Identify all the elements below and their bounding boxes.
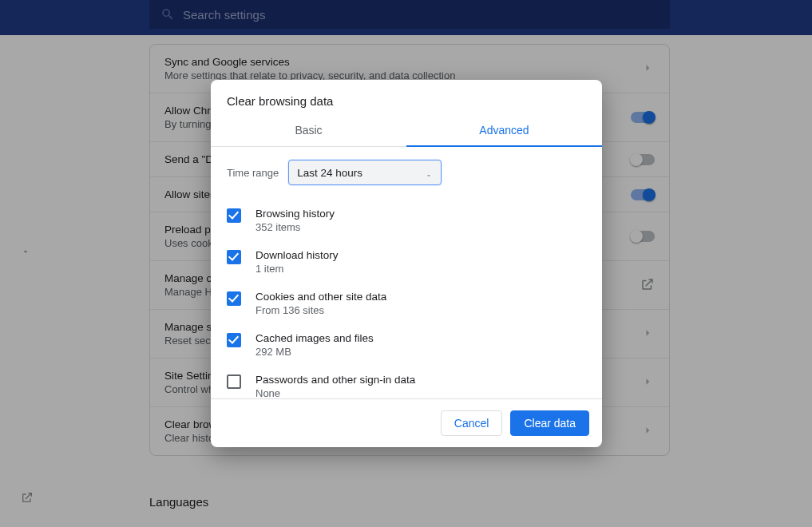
clear-browsing-data-dialog: Clear browsing data Basic Advanced Time … bbox=[211, 80, 602, 447]
clear-option: Cached images and files292 MB bbox=[227, 324, 586, 366]
clear-option: Cookies and other site dataFrom 136 site… bbox=[227, 283, 586, 324]
option-title: Download history bbox=[255, 249, 339, 261]
dialog-title: Clear browsing data bbox=[211, 80, 602, 116]
checkbox[interactable] bbox=[227, 374, 241, 389]
clear-option: Browsing history352 items bbox=[227, 200, 586, 241]
option-subtitle: From 136 sites bbox=[255, 304, 386, 316]
dialog-tabs: Basic Advanced bbox=[211, 116, 602, 147]
option-subtitle: 1 item bbox=[255, 263, 339, 275]
tab-basic[interactable]: Basic bbox=[211, 116, 406, 146]
option-title: Browsing history bbox=[255, 208, 335, 220]
dialog-options: Browsing history352 itemsDownload histor… bbox=[227, 200, 586, 398]
dropdown-arrow-icon bbox=[425, 170, 433, 182]
checkbox[interactable] bbox=[227, 291, 241, 306]
checkbox[interactable] bbox=[227, 208, 241, 223]
clear-data-button[interactable]: Clear data bbox=[510, 410, 589, 436]
option-title: Cookies and other site data bbox=[255, 291, 386, 303]
option-title: Passwords and other sign-in data bbox=[255, 374, 415, 386]
checkbox[interactable] bbox=[227, 250, 241, 264]
option-subtitle: None bbox=[255, 387, 415, 398]
time-range-label: Time range bbox=[227, 167, 279, 179]
clear-option: Passwords and other sign-in dataNone bbox=[227, 366, 586, 398]
time-range-value: Last 24 hours bbox=[297, 167, 362, 179]
option-title: Cached images and files bbox=[255, 332, 374, 344]
option-subtitle: 352 items bbox=[255, 221, 335, 233]
tab-advanced[interactable]: Advanced bbox=[406, 116, 602, 146]
cancel-button[interactable]: Cancel bbox=[441, 410, 503, 436]
time-range-select[interactable]: Last 24 hours bbox=[288, 160, 442, 185]
clear-option: Download history1 item bbox=[227, 241, 586, 283]
option-subtitle: 292 MB bbox=[255, 346, 374, 358]
checkbox[interactable] bbox=[227, 333, 241, 347]
